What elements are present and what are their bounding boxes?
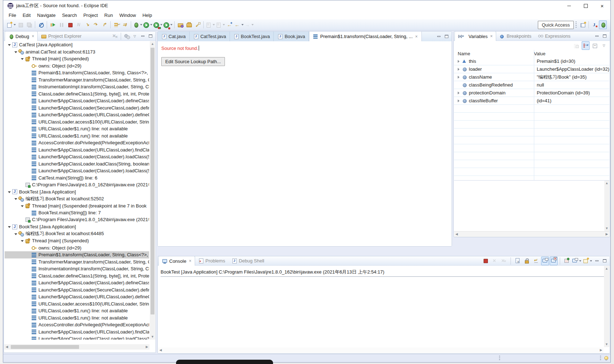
- console-output[interactable]: BookTest [Java Application] C:\Program F…: [158, 266, 604, 347]
- show-logical-structure-button[interactable]: [572, 41, 581, 50]
- debug-view-menu-button[interactable]: ▽: [131, 33, 138, 40]
- debug-tree-row[interactable]: Launcher$AppClassLoader(ClassLoader).def…: [5, 97, 149, 104]
- new-wizard-button[interactable]: [6, 20, 16, 29]
- dropdown-arrow-icon[interactable]: [251, 24, 254, 25]
- scroll-thumb[interactable]: [11, 345, 79, 349]
- editor-tab-book-java[interactable]: Book.java: [274, 32, 309, 41]
- open-task-button[interactable]: [176, 20, 185, 29]
- debug-tree-row[interactable]: TransformerManager.transform(ClassLoader…: [5, 258, 149, 266]
- remove-all-launches-button[interactable]: [500, 257, 508, 265]
- debug-tree-row[interactable]: C:\Program Files\Java\jre1.8.0_162\bin\j…: [5, 216, 149, 224]
- debug-view-maximize-button[interactable]: [147, 33, 154, 40]
- disconnect-button[interactable]: [74, 20, 83, 29]
- expander-open-icon[interactable]: [20, 57, 25, 60]
- remove-terminated-launches-button[interactable]: [111, 33, 119, 40]
- step-return-button[interactable]: [100, 20, 109, 29]
- expander-open-icon[interactable]: [13, 51, 18, 53]
- debug-tree-row[interactable]: URLClassLoader$1.run() line: not availab…: [5, 307, 149, 314]
- editor-tab-booktest-java[interactable]: BookTest.java: [230, 32, 274, 41]
- menu-navigate[interactable]: Navigate: [34, 12, 59, 19]
- expander-open-icon[interactable]: [7, 191, 12, 193]
- debug-tree-row[interactable]: C:\Program Files\Java\jre1.8.0_162\bin\j…: [5, 181, 149, 188]
- menu-run[interactable]: Run: [101, 12, 116, 19]
- dropdown-arrow-icon[interactable]: [160, 24, 162, 25]
- scroll-lock-button[interactable]: [522, 257, 531, 265]
- debug-tree-row[interactable]: Launcher$AppClassLoader(SecureClassLoade…: [5, 104, 149, 112]
- variable-row[interactable]: loaderLauncher$AppClassLoader (id=32): [454, 65, 609, 73]
- close-tab-icon[interactable]: ×: [189, 258, 191, 263]
- forward-button[interactable]: [244, 20, 254, 29]
- debug-tree-row[interactable]: InstrumentationImpl.transform(ClassLoade…: [5, 83, 149, 90]
- console-horizontal-scrollbar[interactable]: ◀ ▶: [158, 347, 604, 353]
- clear-console-button[interactable]: [513, 257, 522, 265]
- scroll-left-arrow[interactable]: ◀: [454, 232, 459, 237]
- use-step-filters-button[interactable]: [121, 20, 129, 29]
- debug-tree-row[interactable]: URLClassLoader.access$100(URLClassLoader…: [5, 118, 149, 126]
- variables-tab-variables[interactable]: Variables×: [454, 31, 496, 41]
- save-button[interactable]: [16, 20, 25, 29]
- debug-tree-row[interactable]: InstrumentationImpl.transform(ClassLoade…: [5, 265, 149, 272]
- variable-row[interactable]: protectionDomainProtectionDomain (id=39): [454, 89, 609, 97]
- expander-open-icon[interactable]: [7, 225, 12, 228]
- menu-help[interactable]: Help: [139, 12, 155, 19]
- debug-tree-row[interactable]: TransformerManager.transform(ClassLoader…: [5, 76, 149, 84]
- debug-tree-row[interactable]: Launcher$AppClassLoader(URLClassLoader).…: [5, 111, 149, 118]
- console-vertical-scrollbar[interactable]: ▲ ▼: [604, 266, 609, 347]
- scroll-up-arrow[interactable]: ▲: [604, 266, 609, 271]
- editor-tab-cattest-java[interactable]: CatTest.java: [190, 32, 230, 41]
- debug-tree-row[interactable]: animal.CatTest at localhost:61173: [5, 48, 149, 56]
- close-tab-icon[interactable]: ×: [490, 34, 493, 39]
- remove-launch-button[interactable]: [490, 257, 499, 265]
- close-tab-icon[interactable]: ×: [415, 34, 418, 39]
- debug-tree-row[interactable]: URLClassLoader$1.run() line: not availab…: [5, 132, 149, 140]
- close-button[interactable]: ×: [594, 0, 610, 11]
- debug-tab-project-explorer[interactable]: Project Explorer: [38, 32, 84, 41]
- step-over-button[interactable]: [92, 20, 100, 29]
- suspend-button[interactable]: [57, 20, 66, 29]
- debug-tree-row[interactable]: AccessController.doPrivileged(Privileged…: [5, 321, 149, 328]
- run-button[interactable]: [143, 20, 153, 29]
- scroll-thumb[interactable]: [151, 48, 154, 314]
- terminate-console-button[interactable]: [481, 257, 490, 265]
- menu-project[interactable]: Project: [80, 12, 101, 19]
- debug-tree-row[interactable]: Launcher$AppClassLoader(SecureClassLoade…: [5, 286, 149, 294]
- open-perspective-button[interactable]: [578, 20, 587, 29]
- debug-tree-row[interactable]: ClassLoader.defineClass1(String, byte[],…: [5, 272, 149, 280]
- java-perspective-button[interactable]: [590, 20, 599, 29]
- debug-tree-row[interactable]: Thread [main] (Suspended): [5, 55, 149, 62]
- search-button[interactable]: [193, 20, 202, 29]
- debug-tree-row[interactable]: URLClassLoader.access$100(URLClassLoader…: [5, 300, 149, 308]
- expander-open-icon[interactable]: [13, 233, 18, 235]
- debug-view-options-button[interactable]: [123, 33, 130, 40]
- column-divider[interactable]: [534, 50, 534, 180]
- debug-perspective-button[interactable]: [599, 20, 607, 29]
- debug-tree-row[interactable]: Premain$1.transform(ClassLoader, String,…: [5, 251, 149, 258]
- skip-all-breakpoints-button[interactable]: [37, 20, 45, 29]
- quick-access-button[interactable]: Quick Access: [538, 21, 574, 29]
- dropdown-arrow-icon[interactable]: [213, 24, 215, 25]
- dropdown-arrow-icon[interactable]: [241, 24, 244, 25]
- debug-tree-row[interactable]: Launcher$AppClassLoader(ClassLoader).loa…: [5, 167, 149, 174]
- menu-search[interactable]: Search: [59, 12, 80, 19]
- maximize-button[interactable]: [577, 0, 594, 11]
- debug-tree-row[interactable]: Thread [main] (Suspended): [5, 237, 149, 244]
- debug-tab-debug[interactable]: Debug×: [5, 31, 38, 41]
- save-all-button[interactable]: [25, 20, 33, 29]
- scroll-down-arrow[interactable]: ▼: [604, 226, 609, 231]
- debug-tree-row[interactable]: Launcher$AppClassLoader(ClassLoader).loa…: [5, 153, 149, 160]
- scroll-up-arrow[interactable]: ▲: [604, 181, 609, 186]
- variables-minimize-button[interactable]: [593, 33, 600, 40]
- variables-horizontal-scrollbar[interactable]: ◀ ▶: [454, 231, 609, 237]
- expander-closed-icon[interactable]: [456, 60, 461, 63]
- debug-tree-row[interactable]: Premain$1.transform(ClassLoader, String,…: [5, 69, 149, 76]
- console-tab-debug-shell[interactable]: Debug Shell: [228, 256, 268, 265]
- run-external-tool-button[interactable]: [163, 20, 173, 29]
- menu-window[interactable]: Window: [116, 12, 139, 19]
- debug-tree-row[interactable]: Launcher$AppClassLoader(URLClassLoader).…: [5, 146, 149, 154]
- variable-row[interactable]: classfileBuffer(id=41): [454, 97, 609, 105]
- minimize-button[interactable]: [561, 0, 577, 11]
- resume-button[interactable]: [49, 20, 57, 29]
- scroll-right-arrow[interactable]: ▶: [144, 344, 149, 350]
- expander-closed-icon[interactable]: [456, 99, 461, 102]
- debug-horizontal-scrollbar[interactable]: ◀ ▶: [4, 344, 149, 350]
